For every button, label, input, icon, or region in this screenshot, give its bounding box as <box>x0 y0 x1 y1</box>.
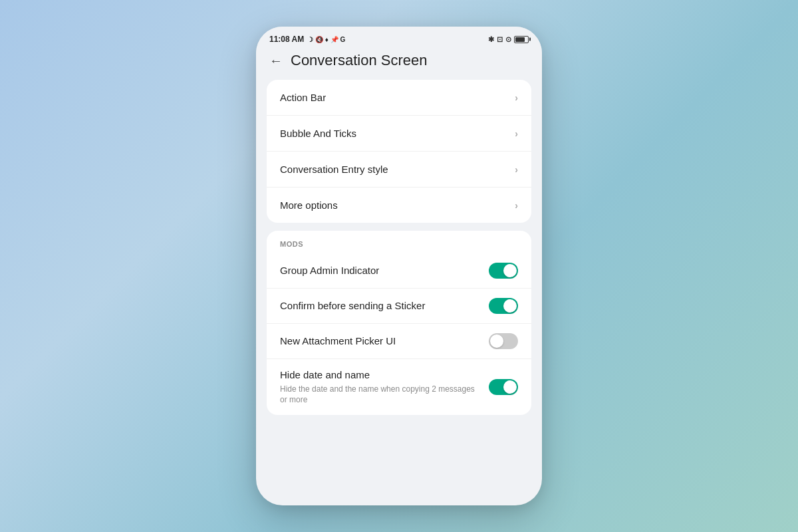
more-options-label: More options <box>280 200 338 211</box>
phone-container: 11:08 AM ☽ 🔇 ♦ 📌 G ✱ ⊡ ⊙ ← Conversation … <box>256 27 542 505</box>
chevron-more-options: › <box>515 200 518 211</box>
chevron-bubble-ticks: › <box>515 128 518 139</box>
attachment-picker-knob <box>490 334 503 348</box>
toggle-item-confirm-sticker: Confirm before sending a Sticker <box>267 289 531 324</box>
mods-header: MODS <box>267 231 531 253</box>
content-area: Action Bar › Bubble And Ticks › Conversa… <box>256 80 542 505</box>
group-admin-knob <box>503 264 517 277</box>
toggle-item-group-admin: Group Admin Indicator <box>267 253 531 289</box>
group-admin-content: Group Admin Indicator <box>280 264 489 277</box>
attachment-picker-label: New Attachment Picker UI <box>280 334 478 348</box>
status-time: 11:08 AM ☽ 🔇 ♦ 📌 G <box>269 35 345 44</box>
status-right-icons: ✱ ⊡ ⊙ <box>488 35 529 44</box>
toggle-item-attachment-picker: New Attachment Picker UI <box>267 324 531 359</box>
status-icons: ☽ 🔇 ♦ 📌 G <box>307 36 345 43</box>
group-admin-label: Group Admin Indicator <box>280 264 478 277</box>
chevron-action-bar: › <box>515 92 518 103</box>
battery-icon <box>514 36 529 43</box>
nfc-icon: ⊡ <box>497 35 503 44</box>
menu-item-action-bar[interactable]: Action Bar › <box>267 80 531 116</box>
hide-date-label: Hide date and name <box>280 368 478 382</box>
action-bar-label: Action Bar <box>280 92 326 103</box>
top-bar: ← Conversation Screen <box>256 47 542 80</box>
hide-date-toggle[interactable] <box>489 379 518 395</box>
attachment-picker-toggle[interactable] <box>489 333 518 349</box>
time-display: 11:08 AM <box>269 35 304 44</box>
confirm-sticker-knob <box>503 299 517 313</box>
battery-fill <box>515 37 525 42</box>
bubble-ticks-label: Bubble And Ticks <box>280 128 356 139</box>
confirm-sticker-content: Confirm before sending a Sticker <box>280 299 489 313</box>
confirm-sticker-toggle[interactable] <box>489 298 518 314</box>
confirm-sticker-label: Confirm before sending a Sticker <box>280 299 478 313</box>
hide-date-knob <box>503 380 517 394</box>
menu-item-conversation-entry[interactable]: Conversation Entry style › <box>267 152 531 188</box>
chevron-conversation-entry: › <box>515 164 518 175</box>
toggle-item-hide-date: Hide date and name Hide the date and the… <box>267 359 531 415</box>
conversation-entry-label: Conversation Entry style <box>280 164 388 175</box>
status-bar: 11:08 AM ☽ 🔇 ♦ 📌 G ✱ ⊡ ⊙ <box>256 27 542 47</box>
page-title: Conversation Screen <box>291 52 427 69</box>
menu-item-bubble-ticks[interactable]: Bubble And Ticks › <box>267 116 531 152</box>
wifi-icon: ⊙ <box>505 35 511 44</box>
hide-date-sublabel: Hide the date and the name when copying … <box>280 384 478 406</box>
mods-card: MODS Group Admin Indicator Confirm befor… <box>267 231 531 415</box>
back-button[interactable]: ← <box>269 53 283 68</box>
menu-item-more-options[interactable]: More options › <box>267 188 531 223</box>
bluetooth-icon: ✱ <box>488 35 494 44</box>
hide-date-content: Hide date and name Hide the date and the… <box>280 368 489 406</box>
attachment-picker-content: New Attachment Picker UI <box>280 334 489 348</box>
menu-card: Action Bar › Bubble And Ticks › Conversa… <box>267 80 531 223</box>
group-admin-toggle[interactable] <box>489 263 518 279</box>
